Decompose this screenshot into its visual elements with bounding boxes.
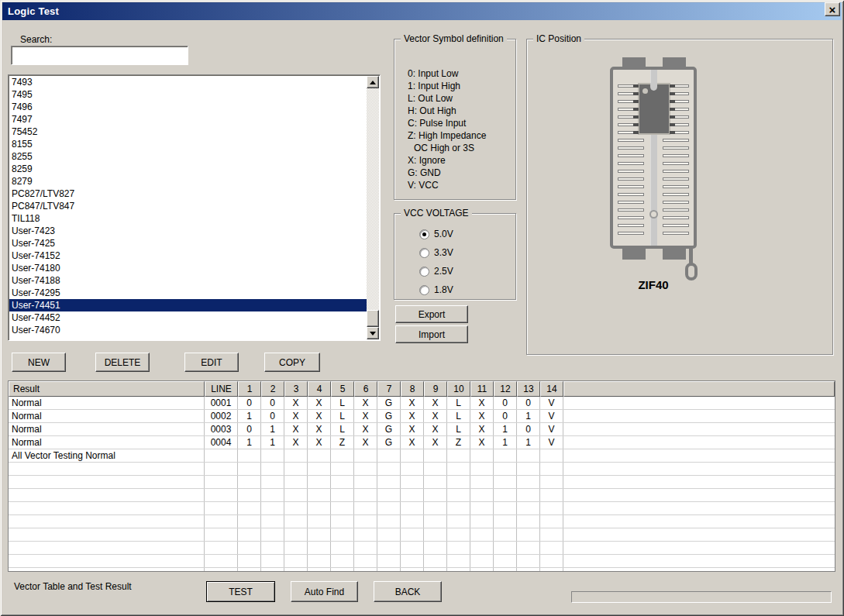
table-row[interactable] [9,515,835,528]
column-header-7[interactable]: 7 [377,381,401,397]
pin-slot-right [663,193,689,196]
vector-cell [331,463,354,475]
list-item[interactable]: PC827/LTV827 [9,188,367,200]
table-row[interactable] [9,568,835,572]
chip-pin-right [670,108,675,111]
list-item[interactable]: 7495 [9,88,367,101]
vector-cell: V [540,423,563,435]
list-item[interactable]: User-74180 [9,262,367,274]
list-item[interactable]: 8155 [9,138,367,150]
column-header-10[interactable]: 10 [447,381,470,397]
result-table-body: Normal000100XXLXGXXLX00VNormal000210XXLX… [9,397,835,572]
table-row[interactable] [9,489,835,502]
column-header-3[interactable]: 3 [284,381,308,397]
search-input[interactable] [11,46,188,65]
list-item[interactable]: User-74295 [9,287,367,299]
vector-cell [284,463,308,475]
vcc-option-2.5V[interactable]: 2.5V [419,266,453,277]
vector-cell [424,463,447,475]
copy-button[interactable]: COPY [264,353,320,372]
column-header-11[interactable]: 11 [470,381,494,397]
list-item[interactable]: User-74188 [9,274,367,287]
list-item[interactable]: 7493 [9,76,367,88]
window-title: Logic Test [8,5,59,17]
list-item[interactable]: 7497 [9,113,367,126]
table-row[interactable] [9,463,835,476]
import-button-label: Import [419,329,445,340]
list-item[interactable]: TIL118 [9,212,367,225]
list-scrollbar[interactable] [367,76,379,339]
vector-cell: 1 [517,410,540,422]
edit-button[interactable]: EDIT [184,353,239,372]
zif-lever-stem [689,249,693,264]
list-item[interactable]: 8279 [9,175,367,188]
table-row[interactable] [9,476,835,489]
scroll-up-button[interactable] [367,76,379,88]
column-header-6[interactable]: 6 [354,381,377,397]
vector-cell [308,463,331,475]
list-item[interactable]: User-74451 [9,299,367,311]
list-item[interactable]: User-74452 [9,311,367,324]
table-row[interactable]: Normal000210XXLXGXXLX01V [9,410,835,423]
auto-find-button[interactable]: Auto Find [291,581,358,602]
table-row[interactable]: Normal000100XXLXGXXLX00V [9,397,835,410]
scroll-thumb[interactable] [367,310,379,327]
table-row[interactable] [9,555,835,568]
radio-button-icon[interactable] [419,285,429,295]
vcc-option-3.3V[interactable]: 3.3V [419,247,453,258]
close-button[interactable]: × [825,2,840,16]
vector-cell: 1 [494,423,517,435]
result-cell: Normal [9,397,205,409]
back-button[interactable]: BACK [374,581,442,602]
list-item[interactable]: 8259 [9,163,367,175]
column-header-5[interactable]: 5 [331,381,354,397]
result-table[interactable]: ResultLINE1234567891011121314 Normal0001… [8,380,835,572]
vector-cell [377,528,401,541]
import-button[interactable]: Import [395,325,468,343]
test-button[interactable]: TEST [206,581,275,602]
delete-button[interactable]: DELETE [95,353,150,372]
list-item[interactable]: User-7425 [9,237,367,249]
vector-cell [494,476,517,488]
filler-cell [563,436,835,449]
column-header-9[interactable]: 9 [424,381,447,397]
list-item[interactable]: 8255 [9,150,367,163]
column-header-8[interactable]: 8 [401,381,424,397]
scroll-down-button[interactable] [367,327,379,339]
list-item[interactable]: User-74152 [9,249,367,262]
vector-cell [377,463,401,475]
column-header-line[interactable]: LINE [205,381,238,397]
table-row[interactable] [9,542,835,555]
list-item[interactable]: User-7423 [9,225,367,237]
list-item[interactable]: 7496 [9,101,367,113]
vector-cell [424,449,447,462]
column-header-2[interactable]: 2 [261,381,284,397]
pin-slot-left [618,162,644,165]
column-header-result[interactable]: Result [9,381,205,397]
list-item[interactable]: User-74670 [9,324,367,336]
radio-label: 1.8V [434,284,453,295]
column-header-1[interactable]: 1 [238,381,261,397]
vcc-option-5.0V[interactable]: 5.0V [419,229,453,239]
table-row[interactable] [9,502,835,515]
table-row[interactable]: Normal000411XXZXGXXZX11V [9,436,835,449]
column-header-4[interactable]: 4 [308,381,331,397]
radio-button-icon[interactable] [419,229,429,239]
radio-button-icon[interactable] [419,248,429,258]
vector-cell [424,542,447,554]
vector-cell [354,502,377,514]
chip-listbox[interactable]: 7493749574967497754528155825582598279PC8… [8,74,381,341]
table-row[interactable]: Normal000301XXLXGXXLX10V [9,423,835,436]
radio-button-icon[interactable] [419,267,429,277]
table-row[interactable]: All Vector Testing Normal [9,449,835,463]
list-item[interactable]: 75452 [9,126,367,138]
table-row[interactable] [9,528,835,542]
new-button[interactable]: NEW [12,353,66,372]
column-header-12[interactable]: 12 [494,381,517,397]
column-header-14[interactable]: 14 [540,381,563,397]
column-header-13[interactable]: 13 [517,381,540,397]
vector-cell: X [308,397,331,409]
list-item[interactable]: PC847/LTV847 [9,200,367,212]
vcc-option-1.8V[interactable]: 1.8V [419,284,453,295]
export-button[interactable]: Export [395,305,468,323]
